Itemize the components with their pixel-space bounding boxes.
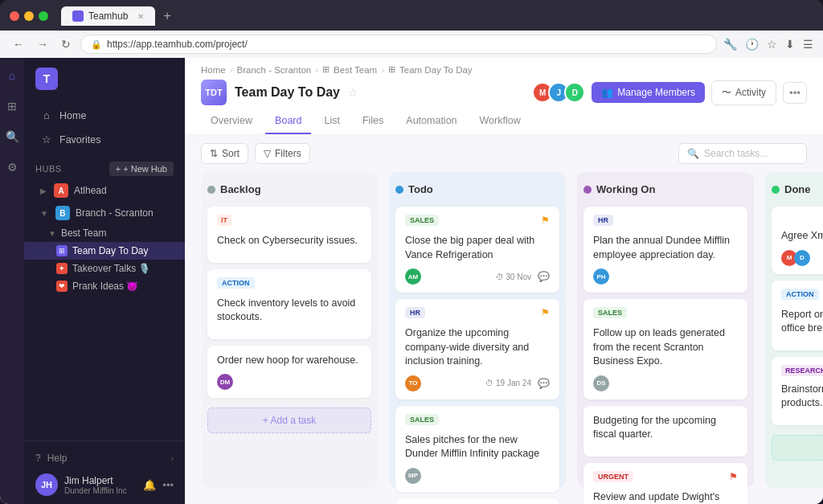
more-options-button[interactable]: ••• (783, 82, 807, 104)
tab-bar: Teamhub ✕ + (61, 6, 813, 26)
card-avatars-d1: M D (781, 250, 810, 266)
settings-side-icon[interactable]: ⚙ (4, 158, 21, 177)
manage-members-button[interactable]: 👥 Manage Members (592, 82, 705, 103)
tab-close-icon[interactable]: ✕ (137, 12, 144, 21)
card-t4[interactable]: HR Review resumes and setup interviews f… (395, 498, 559, 505)
card-d3[interactable]: RESEARCH Brainstorm ideas for new paper … (772, 357, 823, 425)
card-avatar-b3: DM (217, 374, 233, 390)
bookmarks-icon[interactable]: ☆ (767, 38, 777, 51)
star-icon[interactable]: ☆ (348, 86, 358, 99)
card-t3[interactable]: SALES Sales pitches for the new Dunder M… (395, 406, 559, 492)
forward-button[interactable]: → (34, 36, 51, 52)
minimize-button[interactable] (24, 11, 34, 21)
user-menu-icon[interactable]: ••• (162, 479, 174, 491)
col-dot-backlog (207, 186, 215, 194)
browser-tab-active[interactable]: Teamhub ✕ (61, 6, 155, 26)
activity-icon: 〜 (722, 86, 731, 100)
card-t2[interactable]: HR ⚑ Organize the upcoming company-wide … (395, 299, 559, 400)
project-name-team-day: Team Day To Day (72, 245, 148, 256)
card-title-d3: Brainstorm ideas for new paper products. (781, 383, 823, 411)
card-avatar-d1b: D (794, 250, 810, 266)
activity-button[interactable]: 〜 Activity (711, 80, 776, 105)
breadcrumb-team[interactable]: Best Team (334, 65, 377, 75)
card-tag-t2: HR (405, 307, 425, 318)
history-icon[interactable]: 🕐 (745, 38, 759, 51)
new-tab-button[interactable]: + (158, 9, 175, 23)
column-header-backlog: Backlog (207, 178, 371, 200)
home-side-icon[interactable]: ⌂ (6, 66, 18, 85)
card-top-row-b2: ACTION (217, 277, 362, 293)
board-toolbar: ⇅ Sort ▽ Filters 🔍 Search tasks... (185, 135, 823, 172)
hub-item-atlhead[interactable]: ▶ A Atlhead (24, 179, 185, 202)
card-tag-w1: HR (593, 215, 613, 226)
card-b1[interactable]: IT Check on Cybersecurity issues. (207, 207, 371, 263)
search-side-icon[interactable]: 🔍 (2, 127, 23, 146)
user-info: Jim Halpert Dunder Mifflin Inc (64, 475, 137, 495)
col-dot-done (772, 186, 780, 194)
card-b3[interactable]: Order new hoop for warehouse. DM (207, 346, 371, 399)
downloads-icon[interactable]: ⬇ (785, 38, 795, 51)
card-b2[interactable]: ACTION Check inventory levels to avoid s… (207, 269, 371, 339)
tab-list[interactable]: List (314, 109, 349, 134)
close-button[interactable] (10, 11, 19, 21)
card-d1[interactable]: ⚑ Agree Xmas party 🎉 plans M D (772, 207, 823, 274)
tab-overview[interactable]: Overview (201, 109, 262, 134)
sort-button[interactable]: ⇅ Sort (201, 143, 248, 164)
project-name: Team Day To Day (235, 85, 340, 100)
tab-automation[interactable]: Automation (396, 109, 466, 134)
tab-workflow[interactable]: Workflow (470, 109, 530, 134)
breadcrumb: Home › Branch - Scranton › ⊞ Best Team ›… (185, 58, 823, 75)
add-task-button-backlog[interactable]: + Add a task (207, 408, 371, 433)
refresh-button[interactable]: ↻ (58, 36, 74, 52)
card-title-w1: Plan the annual Dundee Mifflin employee … (593, 234, 738, 262)
hub-item-branch[interactable]: ▼ B Branch - Scranton (24, 202, 185, 224)
maximize-button[interactable] (39, 11, 48, 21)
sidebar-item-home[interactable]: ⌂ Home (29, 104, 180, 127)
sort-label: Sort (222, 148, 240, 159)
new-hub-button[interactable]: + + New Hub (109, 162, 174, 176)
project-name-prank: Prank Ideas 😈 (72, 281, 138, 292)
card-tag-t3: SALES (405, 414, 439, 425)
card-w1[interactable]: HR Plan the annual Dundee Mifflin employ… (583, 207, 747, 293)
card-w2[interactable]: SALES Follow up on leads generated from … (583, 299, 747, 400)
add-task-button-done[interactable]: + Add a task (772, 435, 823, 461)
help-item[interactable]: ? Help › (35, 449, 174, 467)
card-title-t2: Organize the upcoming company-wide diver… (405, 326, 550, 369)
menu-icon[interactable]: ☰ (803, 38, 813, 51)
tab-files[interactable]: Files (353, 109, 393, 134)
expand-icon: ▶ (40, 186, 47, 195)
team-item-best-team[interactable]: ▼ Best Team (24, 224, 185, 242)
project-item-takeover[interactable]: ✦ Takeover Talks 🎙️ (24, 260, 185, 277)
card-w4[interactable]: URGENT ⚑ Review and update Dwight's offi… (583, 463, 747, 505)
sidebar-favorites-label: Favorites (59, 134, 100, 145)
filters-button[interactable]: ▽ Filters (255, 143, 310, 164)
card-w3[interactable]: Budgeting for the upcoming fiscal quarte… (583, 406, 747, 457)
card-title-w2: Follow up on leads generated from the re… (593, 326, 738, 369)
column-done: Done ⚑ Agree Xmas party 🎉 plans M D (765, 172, 823, 488)
sidebar-bottom: ? Help › JH Jim Halpert Dunder Mifflin I… (24, 440, 185, 504)
project-item-team-day[interactable]: ⊞ Team Day To Day (24, 242, 185, 260)
notifications-icon[interactable]: 🔔 (143, 479, 156, 491)
tab-board[interactable]: Board (265, 109, 311, 134)
project-item-prank[interactable]: ❤ Prank Ideas 😈 (24, 277, 185, 295)
card-title-w3: Budgeting for the upcoming fiscal quarte… (593, 414, 738, 442)
card-title-d1: Agree Xmas party 🎉 plans (781, 229, 823, 244)
card-title-b3: Order new hoop for warehouse. (217, 354, 362, 368)
breadcrumb-home[interactable]: Home (201, 65, 226, 75)
board-side-icon[interactable]: ⊞ (4, 96, 20, 116)
back-button[interactable]: ← (10, 36, 27, 52)
manage-members-label: Manage Members (617, 87, 695, 98)
project-icon-prank: ❤ (56, 281, 68, 292)
card-top-row-w2: SALES (593, 307, 738, 323)
breadcrumb-branch[interactable]: Branch - Scranton (237, 65, 312, 75)
card-t1[interactable]: SALES ⚑ Close the big paper deal with Va… (395, 207, 559, 293)
breadcrumb-project[interactable]: Team Day To Day (399, 65, 473, 75)
address-bar[interactable]: 🔒 https://app.teamhub.com/project/ (80, 35, 717, 54)
extensions-icon[interactable]: 🔧 (723, 38, 737, 51)
card-d2[interactable]: ACTION Report on the renovation of the o… (772, 281, 823, 350)
column-todo: Todo SALES ⚑ Close the big paper deal wi… (389, 172, 566, 488)
sidebar: T ⌂ Home ☆ Favorites Hubs + + New Hub (24, 58, 185, 504)
search-box[interactable]: 🔍 Search tasks... (678, 143, 807, 164)
project-name-takeover: Takeover Talks 🎙️ (72, 263, 150, 274)
sidebar-item-favorites[interactable]: ☆ Favorites (29, 128, 180, 151)
